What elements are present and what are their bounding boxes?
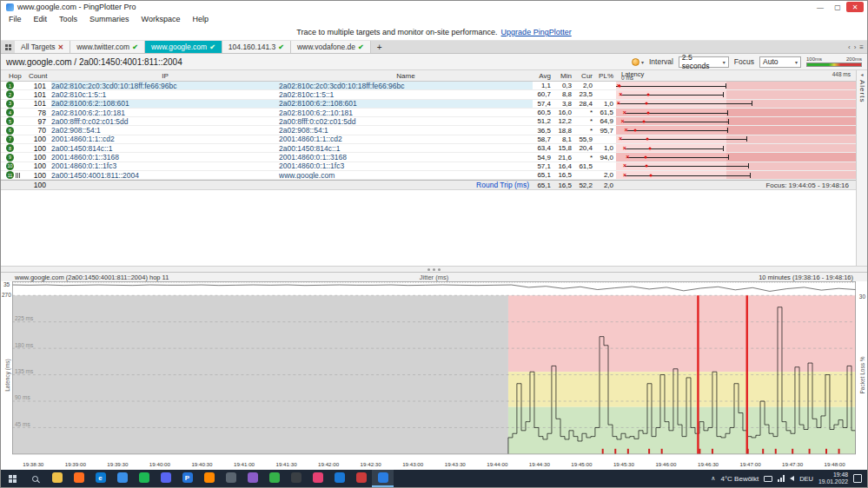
all-targets-grid-icon[interactable]: [1, 41, 15, 53]
column-header-ip[interactable]: IP: [51, 72, 279, 80]
column-header-pl[interactable]: PL%: [595, 72, 616, 80]
alert-status-button[interactable]: ▾: [632, 58, 644, 66]
name-cell[interactable]: 2001:4860:0:1::1fc3: [279, 162, 533, 170]
tab-scroll-right-icon[interactable]: ›: [854, 43, 857, 51]
latency-cell[interactable]: ×: [616, 144, 856, 152]
ip-cell[interactable]: 2a00:8fff:0:c02:c01:5dd: [51, 117, 279, 125]
ip-cell[interactable]: 2a02:8100:6:2::10:181: [51, 109, 279, 116]
alerts-expand-icon[interactable]: ◂: [860, 72, 863, 77]
upgrade-link[interactable]: Upgrade PingPlotter: [501, 28, 572, 36]
menu-file[interactable]: File: [3, 15, 28, 23]
display-tray-icon[interactable]: [764, 476, 772, 482]
name-cell[interactable]: 2a02:8100:6:2::108:601: [279, 100, 533, 108]
hidden-icons-chevron-icon[interactable]: ∧: [711, 475, 715, 482]
latency-cell[interactable]: ×: [616, 153, 856, 161]
name-cell[interactable]: 2a02:8100:6:2::10:181: [279, 109, 533, 116]
close-button[interactable]: ✕: [846, 2, 864, 12]
panel-splitter[interactable]: [1, 266, 867, 273]
installer-icon[interactable]: [350, 470, 372, 487]
name-cell[interactable]: 2001:4860:0:1::3168: [279, 153, 533, 161]
firefox-icon[interactable]: [68, 470, 89, 487]
latency-plot[interactable]: 225 ms180 ms135 ms90 ms45 ms: [12, 281, 856, 459]
table-row-hop-4[interactable]: 4782a02:8100:6:2::10:1812a02:8100:6:2::1…: [1, 109, 856, 117]
tab-list-icon[interactable]: ≡: [859, 43, 864, 51]
latency-cell[interactable]: ×: [616, 171, 856, 179]
interval-select[interactable]: 2.5 seconds ▾: [679, 56, 729, 68]
column-header-min[interactable]: Min: [553, 72, 574, 80]
table-row-hop-8[interactable]: 81002a00:1450:814c::12a00:1450:814c::163…: [1, 144, 856, 153]
visual-studio-icon[interactable]: [242, 470, 263, 487]
network-icon[interactable]: [778, 475, 785, 482]
vlc-icon[interactable]: [198, 470, 220, 487]
name-cell[interactable]: 2a02:810c:2c0:3cd0:10:18ff:fe66:96bc: [279, 82, 533, 89]
tab-all-targets[interactable]: All Targets✕: [15, 41, 70, 53]
alerts-panel[interactable]: ◂ Alerts: [856, 70, 867, 266]
ip-cell[interactable]: 2a00:1450:814c::1: [51, 144, 279, 152]
menu-edit[interactable]: Edit: [28, 15, 54, 23]
menu-summaries[interactable]: Summaries: [83, 15, 136, 23]
ip-cell[interactable]: 2a02:908::54:1: [51, 126, 279, 134]
greenshot-icon[interactable]: [263, 470, 285, 487]
table-row-hop-10[interactable]: 101002001:4860:0:1::1fc32001:4860:0:1::1…: [1, 162, 856, 171]
file-explorer-icon[interactable]: [46, 470, 68, 487]
table-row-hop-3[interactable]: 31012a02:8100:6:2::108:6012a02:8100:6:2:…: [1, 100, 856, 109]
latency-cell[interactable]: ×: [616, 82, 856, 89]
tab-www-vodafone-de[interactable]: www.vodafone.de✔: [291, 41, 371, 53]
weather-widget[interactable]: 4°C Bewölkt: [720, 475, 759, 483]
latency-cell[interactable]: ×: [616, 90, 856, 98]
volume-icon[interactable]: [790, 476, 794, 481]
language-indicator[interactable]: DEU: [799, 475, 813, 483]
column-header-name[interactable]: Name: [279, 72, 533, 80]
table-row-hop-1[interactable]: 11012a02:810c:2c0:3cd0:10:18ff:fe66:96bc…: [1, 82, 856, 90]
teamviewer-icon[interactable]: [328, 470, 350, 487]
ip-cell[interactable]: 2a02:8100:6:2::108:601: [51, 100, 279, 108]
pingplotter-icon[interactable]: [372, 470, 394, 487]
menu-help[interactable]: Help: [186, 15, 215, 23]
minimize-button[interactable]: —: [812, 2, 829, 12]
latency-cell[interactable]: ×: [616, 126, 856, 134]
column-header-hop[interactable]: Hop: [1, 72, 25, 80]
table-row-hop-11[interactable]: 111002a00:1450:4001:811::2004www.google.…: [1, 171, 856, 180]
menu-tools[interactable]: Tools: [53, 15, 83, 23]
tab-104-160-141-3[interactable]: 104.160.141.3✔: [222, 41, 291, 53]
media-player-icon[interactable]: [307, 470, 328, 487]
ip-cell[interactable]: 2001:4860:0:1::3168: [51, 153, 279, 161]
paint-icon[interactable]: P: [176, 470, 198, 487]
column-header-latency[interactable]: Latency0 ms448 ms: [616, 70, 856, 81]
action-center-icon[interactable]: [853, 474, 862, 483]
clock[interactable]: 19:48 19.01.2022: [818, 472, 848, 485]
name-cell[interactable]: www.google.com: [279, 171, 533, 179]
edge-icon[interactable]: e: [89, 470, 111, 487]
discord-icon[interactable]: [155, 470, 176, 487]
ip-cell[interactable]: 2a02:810c:2c0:3cd0:10:18ff:fe66:96bc: [51, 82, 279, 89]
name-cell[interactable]: 2a02:908::54:1: [279, 126, 533, 134]
name-cell[interactable]: 2a00:8fff:0:c02:c01:5dd: [279, 117, 533, 125]
ip-cell[interactable]: 2001:4860:1:1::cd2: [51, 135, 279, 143]
table-row-hop-2[interactable]: 21012a02:810c:1:5::12a02:810c:1:5::160,7…: [1, 90, 856, 99]
table-row-hop-6[interactable]: 6702a02:908::54:12a02:908::54:136,518,8*…: [1, 126, 856, 135]
name-cell[interactable]: 2a00:1450:814c::1: [279, 144, 533, 152]
new-target-button[interactable]: +: [371, 41, 388, 53]
tab-scroll-left-icon[interactable]: ‹: [848, 43, 851, 51]
column-header-count[interactable]: Count: [25, 72, 51, 80]
latency-cell[interactable]: ×: [616, 100, 856, 108]
name-cell[interactable]: 2001:4860:1:1::cd2: [279, 135, 533, 143]
menu-workspace[interactable]: Workspace: [136, 15, 187, 23]
terminal-icon[interactable]: [285, 470, 307, 487]
ip-cell[interactable]: 2a02:810c:1:5::1: [51, 90, 279, 98]
latency-cell[interactable]: ×: [616, 162, 856, 170]
column-header-cur[interactable]: Cur: [574, 72, 595, 80]
table-row-hop-9[interactable]: 91002001:4860:0:1::31682001:4860:0:1::31…: [1, 153, 856, 162]
latency-cell[interactable]: ×: [616, 117, 856, 125]
tab-www-twitter-com[interactable]: www.twitter.com✔: [70, 41, 145, 53]
focus-select[interactable]: Auto ▾: [759, 56, 801, 68]
close-icon[interactable]: ✕: [58, 43, 64, 51]
column-header-avg[interactable]: Avg: [533, 72, 553, 80]
maximize-button[interactable]: ▢: [829, 2, 846, 12]
latency-cell[interactable]: ×: [616, 135, 856, 143]
name-cell[interactable]: 2a02:810c:1:5::1: [279, 90, 533, 98]
latency-cell[interactable]: ×: [616, 109, 856, 116]
chrome-icon[interactable]: [111, 470, 133, 487]
start-button[interactable]: [1, 470, 23, 487]
taskbar-search-button[interactable]: [23, 470, 46, 487]
